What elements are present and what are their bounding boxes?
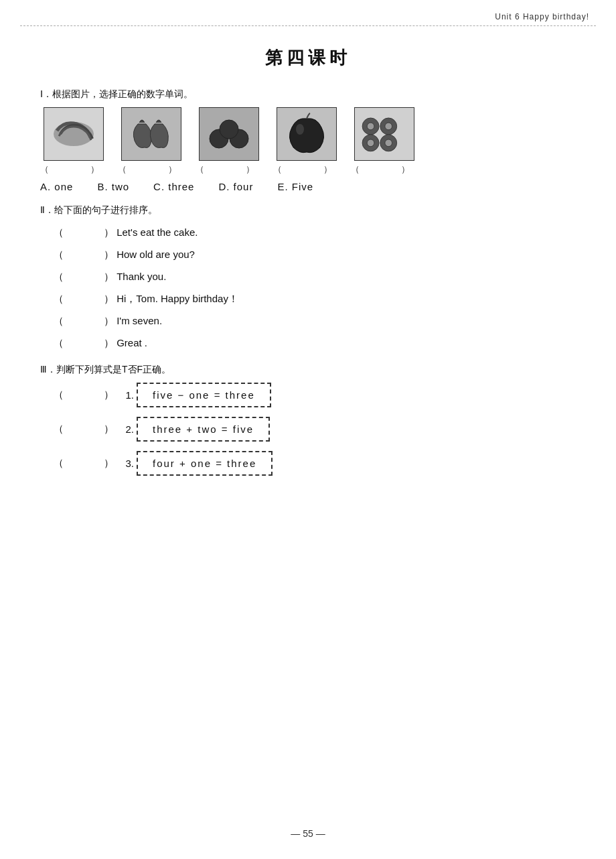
math-equation-2: three + two = five: [137, 417, 270, 442]
sentence-text-5: I'm seven.: [117, 315, 162, 326]
svg-point-8: [385, 123, 392, 130]
sentence-bracket-2[interactable]: （ ）: [54, 249, 114, 260]
choice-c: C. three: [153, 181, 194, 192]
image-frame-banana: [44, 107, 104, 161]
image-frame-cherry: [199, 107, 259, 161]
sentence-text-4: Hi，Tom. Happy birthday！: [117, 293, 238, 304]
apple-svg: [280, 111, 333, 157]
image-frame-strawberry: [121, 107, 181, 161]
image-box-3: （ ）: [196, 107, 262, 176]
page-title: 第四课时: [0, 46, 616, 70]
sentence-text-1: Let's eat the cake.: [117, 226, 198, 238]
cherry-svg: [202, 111, 256, 157]
math-bracket-1[interactable]: （ ）: [54, 389, 114, 401]
bracket-5: （ ）: [351, 163, 418, 176]
choice-d: D. four: [218, 181, 253, 192]
choice-a: A. one: [40, 181, 73, 192]
part2-section: Ⅱ．给下面的句子进行排序。 （ ） Let's eat the cake. （ …: [40, 204, 576, 352]
math-num-1: 1.: [114, 389, 134, 401]
sentence-bracket-3[interactable]: （ ）: [54, 271, 114, 282]
choice-e: E. Five: [277, 181, 313, 192]
part2-label: Ⅱ．给下面的句子进行排序。: [40, 204, 576, 216]
image-box-5: （ ）: [351, 107, 418, 176]
page: Unit 6 Happy birthday! 第四课时 Ⅰ．根据图片，选择正确的…: [0, 0, 616, 859]
bracket-4: （ ）: [273, 163, 340, 176]
math-list: （ ） 1. five − one = three （ ） 2. three +…: [54, 383, 576, 476]
choice-b: B. two: [97, 181, 129, 192]
part3-label: Ⅲ．判断下列算式是T否F正确。: [40, 364, 576, 376]
math-item-3: （ ） 3. four + one = three: [54, 451, 576, 476]
image-box-1: （ ）: [40, 107, 107, 176]
math-num-2: 2.: [114, 423, 134, 435]
cookies-svg: [358, 111, 411, 157]
math-bracket-2[interactable]: （ ）: [54, 423, 114, 436]
math-equation-3: four + one = three: [137, 451, 273, 476]
part1-label: Ⅰ．根据图片，选择正确的数字单词。: [40, 88, 576, 101]
sentence-bracket-5[interactable]: （ ）: [54, 315, 114, 326]
svg-point-12: [385, 139, 392, 147]
sentence-bracket-4[interactable]: （ ）: [54, 293, 114, 304]
banana-svg: [47, 111, 100, 157]
math-bracket-3[interactable]: （ ）: [54, 457, 114, 470]
choices-row: A. one B. two C. three D. four E. Five: [40, 181, 576, 192]
image-box-4: （ ）: [273, 107, 340, 176]
image-box-2: （ ）: [118, 107, 185, 176]
bracket-1: （ ）: [40, 163, 107, 176]
svg-point-4: [296, 124, 304, 135]
math-item-1: （ ） 1. five − one = three: [54, 383, 576, 407]
math-equation-1: five − one = three: [137, 383, 271, 407]
part3-section: Ⅲ．判断下列算式是T否F正确。 （ ） 1. five − one = thre…: [40, 364, 576, 476]
sentence-text-6: Great .: [117, 337, 147, 348]
part1-section: Ⅰ．根据图片，选择正确的数字单词。 （ ）: [40, 88, 576, 192]
sentence-item-3: （ ） Thank you.: [54, 267, 576, 285]
page-number: — 55 —: [0, 828, 616, 839]
sentence-bracket-6[interactable]: （ ）: [54, 337, 114, 348]
math-item-2: （ ） 2. three + two = five: [54, 417, 576, 442]
sentence-item-2: （ ） How old are you?: [54, 245, 576, 263]
sentence-item-1: （ ） Let's eat the cake.: [54, 223, 576, 241]
strawberry-svg: [125, 111, 178, 157]
unit-label: Unit 6 Happy birthday!: [495, 12, 589, 21]
sentence-item-5: （ ） I'm seven.: [54, 312, 576, 330]
sentence-text-2: How old are you?: [117, 249, 195, 260]
image-frame-apple: [277, 107, 337, 161]
image-frame-cookies: [354, 107, 414, 161]
images-row: （ ） （ ）: [40, 107, 576, 176]
sentence-list: （ ） Let's eat the cake. （ ） How old are …: [54, 223, 576, 352]
bracket-3: （ ）: [196, 163, 262, 176]
sentence-text-3: Thank you.: [117, 271, 166, 282]
sentence-item-4: （ ） Hi，Tom. Happy birthday！: [54, 289, 576, 308]
page-header: Unit 6 Happy birthday!: [0, 0, 616, 25]
separator-line: [20, 25, 596, 26]
svg-point-6: [367, 123, 374, 130]
sentence-bracket-1[interactable]: （ ）: [54, 226, 114, 238]
bracket-2: （ ）: [118, 163, 185, 176]
svg-point-10: [367, 139, 374, 147]
svg-point-3: [220, 120, 238, 139]
math-num-3: 3.: [114, 458, 134, 469]
sentence-item-6: （ ） Great .: [54, 334, 576, 352]
